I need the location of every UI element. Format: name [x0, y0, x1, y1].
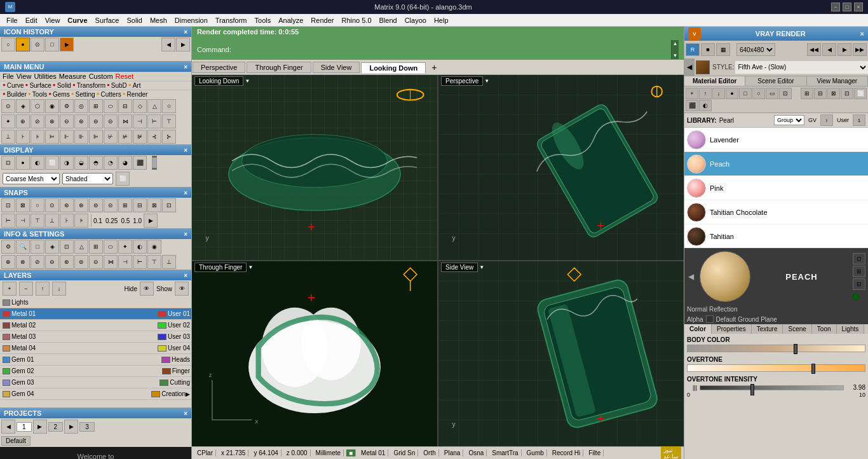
snap-t9[interactable]: ⊞ — [118, 198, 132, 212]
info-t9[interactable]: ✦ — [118, 240, 132, 254]
vray-fwd[interactable]: ▶▶ — [853, 43, 867, 56]
vray-prev[interactable]: ◀◀ — [807, 43, 821, 56]
sub-render[interactable]: Render — [127, 91, 148, 98]
vray-resolution[interactable]: 640x480 — [736, 43, 775, 56]
snap2-t2[interactable]: ⊣ — [16, 214, 30, 228]
t9[interactable]: ⊟ — [118, 99, 132, 113]
t17[interactable]: ⊖ — [60, 114, 74, 128]
layer-up[interactable]: ↑ — [36, 282, 50, 296]
menu-solid[interactable]: Solid — [123, 17, 146, 24]
mat-more4[interactable]: ⊡ — [841, 88, 853, 99]
t30[interactable]: ⊪ — [74, 130, 88, 144]
status-smarttrack[interactable]: SmartTra — [489, 449, 521, 456]
menu-help[interactable]: Help — [430, 17, 452, 24]
t5[interactable]: ⚙ — [60, 99, 74, 113]
mat-tab-texture[interactable]: Texture — [752, 324, 783, 334]
proj-tab-1[interactable]: 1 — [17, 422, 32, 432]
menu-surface[interactable]: Surface — [92, 17, 123, 24]
editor-tab-material[interactable]: Material Editor — [684, 76, 745, 86]
snap-t2[interactable]: ⊠ — [16, 198, 30, 212]
mat-item-tahitian[interactable]: Tahitian — [684, 224, 868, 248]
close-btn[interactable]: × — [854, 3, 863, 11]
hide-icon[interactable]: 👁 — [140, 282, 154, 296]
layer-row-metal02[interactable]: Metal 02 User 02 — [0, 320, 191, 331]
disp-t9[interactable]: ◕ — [118, 156, 132, 170]
info-t7[interactable]: ⊞ — [89, 240, 103, 254]
info-t2[interactable]: 🔍 — [16, 240, 30, 254]
layer-del[interactable]: − — [19, 282, 33, 296]
t31[interactable]: ⊫ — [89, 130, 103, 144]
lib-user-btn[interactable]: 1 — [853, 114, 865, 126]
layers-hide-label[interactable]: Hide — [124, 285, 137, 292]
menu-view[interactable]: View — [41, 17, 64, 24]
menu-item-utilities[interactable]: Utilities — [34, 72, 56, 80]
info2-t3[interactable]: ⊘ — [31, 255, 44, 269]
editor-tab-scene[interactable]: Scene Editor — [745, 76, 806, 86]
tb-tool4[interactable]: ▶ — [60, 38, 74, 51]
layers-close[interactable]: × — [184, 272, 187, 279]
vray-region-btn[interactable]: ▦ — [716, 43, 730, 56]
proj-tab-2[interactable]: 2 — [48, 422, 64, 432]
layer-add[interactable]: + — [3, 282, 17, 296]
snap-t4[interactable]: ⊙ — [45, 198, 59, 212]
info2-t12[interactable]: ⊥ — [162, 255, 176, 269]
sub-surface[interactable]: Surface — [29, 82, 51, 89]
snap-t10[interactable]: ⊟ — [133, 198, 147, 212]
proj-tab-3[interactable]: 3 — [79, 422, 95, 432]
snap2-t3[interactable]: ⊤ — [31, 214, 44, 228]
menu-transform[interactable]: Transform — [212, 17, 251, 24]
body-color-bar[interactable] — [687, 345, 865, 352]
vp-tab-looking-down[interactable]: Looking Down — [361, 62, 426, 73]
mat-item-lavender[interactable]: Lavender — [684, 128, 868, 152]
prev-ctrl-3[interactable]: ⊟ — [853, 278, 865, 290]
layer-row-lights[interactable]: Lights — [0, 297, 191, 308]
info2-t9[interactable]: ⊣ — [118, 255, 132, 269]
info-close[interactable]: × — [184, 231, 187, 238]
menu-item-custom[interactable]: Custom — [89, 72, 113, 80]
info2-t8[interactable]: ⋈ — [104, 255, 118, 269]
vp-tf-name[interactable]: Through Finger — [194, 263, 247, 272]
prev-green-dot[interactable] — [853, 294, 859, 300]
viewport-perspective[interactable]: Perspective ▼ — [438, 75, 684, 260]
t13[interactable]: ✦ — [1, 114, 15, 128]
shade-select[interactable]: Shaded — [62, 173, 113, 184]
mat-more3[interactable]: ⊠ — [827, 88, 840, 99]
disp-t10[interactable]: ⬛ — [133, 156, 147, 170]
sub-subd[interactable]: SubD — [111, 82, 127, 89]
menu-tools[interactable]: Tools — [251, 17, 275, 24]
prev-ctrl-2[interactable]: ⊞ — [853, 266, 865, 277]
info2-t1[interactable]: ⊕ — [1, 255, 15, 269]
mat-tab-properties[interactable]: Properties — [712, 324, 752, 334]
status-osna[interactable]: Osna — [466, 449, 487, 456]
proj-back[interactable]: ◀ — [1, 420, 15, 434]
mat-cylinder[interactable]: ⊡ — [779, 88, 792, 99]
t2[interactable]: ◈ — [16, 99, 30, 113]
minimize-btn[interactable]: − — [831, 3, 840, 11]
projects-close[interactable]: × — [184, 410, 187, 417]
menu-clayoo[interactable]: Clayoo — [401, 17, 430, 24]
vray-stop-btn[interactable]: ■ — [701, 43, 715, 56]
tb-tool2[interactable]: ⊙ — [31, 38, 44, 51]
t7[interactable]: ⊞ — [89, 99, 103, 113]
layer-row-metal04[interactable]: Metal 04 User 04 — [0, 343, 191, 354]
mat-export[interactable]: ↓ — [712, 88, 725, 99]
vp-ld-name[interactable]: Looking Down — [194, 76, 243, 86]
display-close[interactable]: × — [184, 147, 187, 154]
tb-tool3[interactable]: □ — [45, 38, 59, 51]
cmd-scroll[interactable]: ▲ ▼ — [671, 40, 679, 59]
t6[interactable]: ◎ — [74, 99, 88, 113]
vp-sv-name[interactable]: Side View — [441, 263, 478, 272]
t34[interactable]: ⊯ — [133, 130, 147, 144]
t26[interactable]: ⊦ — [16, 130, 30, 144]
snap2-t1[interactable]: ⊢ — [1, 214, 15, 228]
snaps-close[interactable]: × — [184, 189, 187, 196]
prev-ctrl-1[interactable]: ⊡ — [853, 253, 865, 264]
menu-blend[interactable]: Blend — [376, 17, 401, 24]
sub-solid[interactable]: Solid — [57, 82, 71, 89]
menu-file[interactable]: File — [3, 17, 22, 24]
t32[interactable]: ⊬ — [104, 130, 118, 144]
lib-info[interactable]: i — [820, 114, 833, 126]
mat-tab-color[interactable]: Color — [684, 324, 712, 334]
t19[interactable]: ⊜ — [89, 114, 103, 128]
disp-t6[interactable]: ◒ — [74, 156, 88, 170]
